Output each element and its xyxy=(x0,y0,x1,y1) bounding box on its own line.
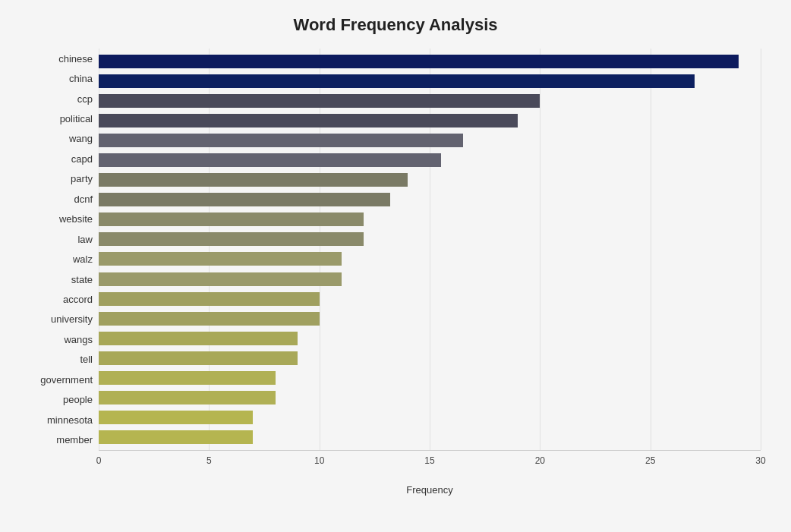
bar xyxy=(99,134,463,147)
y-label: accord xyxy=(63,294,93,304)
x-tick: 5 xyxy=(206,455,212,466)
bar-row xyxy=(99,310,761,327)
bar-row xyxy=(99,132,761,149)
bars-section xyxy=(99,49,761,450)
chart-title: Word Frequency Analysis xyxy=(30,15,761,35)
bar xyxy=(99,232,364,246)
y-label: wangs xyxy=(64,335,93,345)
y-label: dcnf xyxy=(74,194,93,204)
bar-row xyxy=(99,112,761,129)
bar xyxy=(99,193,390,206)
bar-row xyxy=(99,291,761,307)
x-tick: 0 xyxy=(96,455,102,466)
bar xyxy=(99,74,695,88)
bar-row xyxy=(99,211,761,228)
y-label: state xyxy=(71,275,93,285)
bar-row xyxy=(99,73,761,90)
bar xyxy=(99,252,342,266)
bar-row xyxy=(99,53,761,70)
y-label: university xyxy=(51,314,93,324)
x-tick: 25 xyxy=(645,455,655,466)
y-label: wang xyxy=(69,134,93,143)
bar-row xyxy=(99,409,761,426)
y-label: member xyxy=(56,435,93,445)
y-label: tell xyxy=(80,354,93,364)
bar-row xyxy=(99,389,761,406)
x-axis: 051015202530 Frequency xyxy=(99,450,761,474)
bar xyxy=(99,371,276,385)
y-label: government xyxy=(40,375,93,385)
bar xyxy=(99,312,320,326)
y-label: political xyxy=(60,114,93,124)
bar xyxy=(99,411,253,424)
y-label: ccp xyxy=(77,94,93,104)
x-tick: 10 xyxy=(314,455,324,466)
bar xyxy=(99,55,739,68)
bar-row xyxy=(99,330,761,347)
bar xyxy=(99,153,441,167)
bar xyxy=(99,391,276,405)
bar xyxy=(99,351,298,365)
y-labels: chinesechinaccppoliticalwangcapdpartydcn… xyxy=(30,49,99,474)
y-label: law xyxy=(77,235,93,244)
bar xyxy=(99,114,518,127)
bar xyxy=(99,94,540,108)
x-tick: 20 xyxy=(535,455,545,466)
bar xyxy=(99,332,298,345)
bar-row xyxy=(99,152,761,168)
y-label: minnesota xyxy=(47,415,93,425)
y-label: china xyxy=(69,74,93,83)
x-tick: 15 xyxy=(424,455,434,466)
chart-container: Word Frequency Analysis chinesechinaccpp… xyxy=(0,0,791,532)
bars-inner xyxy=(99,49,761,450)
bar-row xyxy=(99,172,761,188)
bar-row xyxy=(99,271,761,288)
y-label: party xyxy=(71,174,93,184)
bar-row xyxy=(99,350,761,367)
x-tick: 30 xyxy=(755,455,765,466)
bar-row xyxy=(99,250,761,267)
y-label: capd xyxy=(71,154,93,164)
bar xyxy=(99,173,408,187)
bar-row xyxy=(99,191,761,208)
bar xyxy=(99,272,342,286)
bar-row xyxy=(99,93,761,109)
grid-line xyxy=(761,49,761,450)
bar xyxy=(99,292,320,306)
bars-and-x: 051015202530 Frequency xyxy=(99,49,761,474)
bar-row xyxy=(99,370,761,386)
y-label: website xyxy=(59,214,93,224)
bar-row xyxy=(99,231,761,247)
bar xyxy=(99,212,364,226)
x-axis-label: Frequency xyxy=(99,484,761,496)
y-label: walz xyxy=(73,254,93,264)
bar-row xyxy=(99,429,761,445)
y-label: people xyxy=(63,395,93,405)
bar xyxy=(99,430,253,444)
chart-area: chinesechinaccppoliticalwangcapdpartydcn… xyxy=(30,49,761,474)
y-label: chinese xyxy=(58,54,93,64)
